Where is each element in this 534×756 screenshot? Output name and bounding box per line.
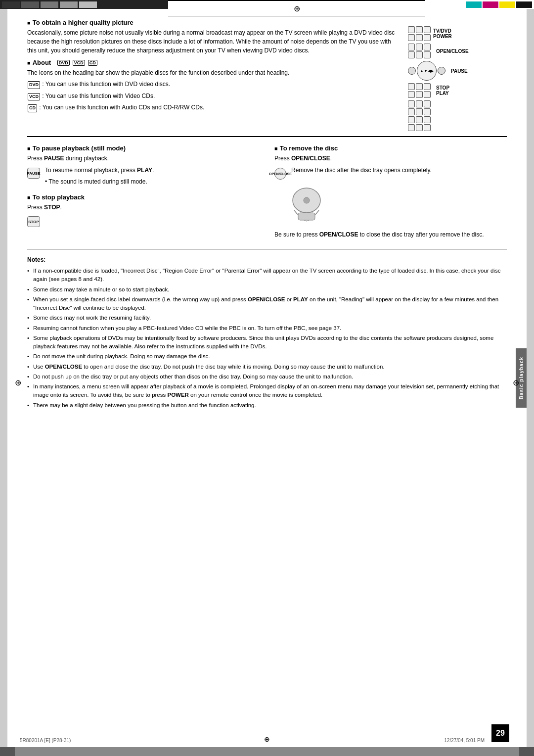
magenta-block xyxy=(483,1,498,8)
rc-btn-5 xyxy=(416,34,423,41)
left-crosshair: ⊕ xyxy=(15,378,21,387)
cyan-block xyxy=(466,1,482,8)
notes-list: If a non-compatible disc is loaded, "Inc… xyxy=(27,267,507,410)
pause-btn-left xyxy=(408,67,416,75)
mid-left-content: To pause playback (still mode) Press PAU… xyxy=(27,144,260,241)
note-item-5: Resuming cannot function when you play a… xyxy=(27,324,507,332)
note-item-6: Some playback operations of DVDs may be … xyxy=(27,334,507,351)
about-heading: About DVDVCDCD xyxy=(27,59,398,66)
note-item-10: In many instances, a menu screen will ap… xyxy=(27,382,507,400)
remote-stopplay-row: STOP PLAY xyxy=(408,83,469,98)
rc-btn-3 xyxy=(424,26,431,33)
stop-icon-label: STOP xyxy=(28,220,39,224)
press-pause-text: Press PAUSE during playback. xyxy=(27,154,260,163)
note-item-11: There may be a slight delay between you … xyxy=(27,401,507,410)
middle-section: To pause playback (still mode) Press PAU… xyxy=(27,136,507,249)
remove-description: Remove the disc after the disc tray open… xyxy=(291,166,432,175)
openclose-button-icon: OPEN/CLOSE xyxy=(274,168,286,180)
right-gray-bar xyxy=(527,9,534,747)
pause-bold: PAUSE xyxy=(44,155,64,162)
press-openclose-text: Press OPEN/CLOSE. xyxy=(274,154,507,163)
bottom-bar xyxy=(0,747,534,756)
footer-center-crosshair: ⊕ xyxy=(264,735,270,743)
eb-8 xyxy=(416,116,423,123)
note-item-7: Do not move the unit during playback. Do… xyxy=(27,352,507,361)
top-registration-bar: ⊕ xyxy=(0,0,534,9)
heading-remove: To remove the disc xyxy=(274,144,507,152)
svg-point-1 xyxy=(304,197,310,203)
rc-btn-18 xyxy=(424,91,431,98)
mid-right-content: To remove the disc Press OPEN/CLOSE. OPE… xyxy=(274,144,507,241)
eb-6 xyxy=(424,108,431,115)
rc-btn-12 xyxy=(424,51,431,58)
rc-btn-16 xyxy=(408,91,415,98)
openclose-icon-label: OPEN/CLOSE xyxy=(269,172,292,176)
dvd-badge-inline: DVD xyxy=(28,81,40,89)
eb-10 xyxy=(408,124,415,131)
notes-title: Notes: xyxy=(27,255,507,264)
sure-press-text: Be sure to press OPEN/CLOSE to close the… xyxy=(274,230,507,239)
bottom-bar-right xyxy=(519,747,534,756)
rc-btn-8 xyxy=(416,44,423,50)
cd-line: CD : You can use this function with Audi… xyxy=(27,103,398,112)
tv-dvd-power-labels: TV/DVD POWER xyxy=(433,28,452,39)
eb-12 xyxy=(424,124,431,131)
bottom-bar-left xyxy=(0,747,15,756)
note-item-9: Do not push up on the disc tray or put a… xyxy=(27,373,507,381)
black-block xyxy=(516,1,532,8)
openclose-bold: OPEN/CLOSE xyxy=(291,155,330,162)
eb-4 xyxy=(408,108,415,115)
rc-btn-15 xyxy=(424,83,431,90)
rc-btn-1 xyxy=(408,26,415,33)
rc-btn-11 xyxy=(416,51,423,58)
rc-btn-7 xyxy=(408,44,415,50)
pause-description: To resume normal playback, press PLAY. •… xyxy=(45,166,154,189)
cd-badge: CD xyxy=(88,60,97,66)
play-bold: PLAY xyxy=(137,167,152,174)
eb-3 xyxy=(424,100,431,107)
top-black-section xyxy=(0,0,168,9)
top-section: To obtain a higher quality picture Occas… xyxy=(27,19,507,131)
quality-body: Occasionally, some picture noise not usu… xyxy=(27,28,398,55)
resume-text: To resume normal playback, press PLAY. xyxy=(45,166,154,175)
rc-btn-13 xyxy=(408,83,415,90)
extra-buttons-grid xyxy=(408,100,469,131)
footer-right: 12/27/04, 5:01 PM xyxy=(444,738,485,743)
stop-play-labels: STOP PLAY xyxy=(436,85,449,96)
rc-btn-2 xyxy=(416,26,423,33)
rc-btn-14 xyxy=(416,83,423,90)
power-buttons-grid xyxy=(408,26,431,41)
vcd-line: VCD : You can use this function with Vid… xyxy=(27,92,398,101)
stop-bold: STOP xyxy=(44,204,60,211)
left-gray-bar xyxy=(0,9,7,747)
rc-btn-4 xyxy=(408,34,415,41)
about-section: About DVDVCDCD The icons on the heading … xyxy=(27,59,398,112)
remote-pause-row: ▲▼◀▶ PAUSE xyxy=(408,61,469,81)
cd-badge-inline: CD xyxy=(28,104,37,112)
dvd-line: DVD : You can use this function with DVD… xyxy=(27,80,398,89)
page-number: 29 xyxy=(491,724,509,742)
rc-btn-17 xyxy=(416,91,423,98)
dvd-badge: DVD xyxy=(57,60,70,66)
footer-left: 5R80201A [E] (P28-31) xyxy=(20,738,71,743)
eb-11 xyxy=(416,124,423,131)
eb-9 xyxy=(424,116,431,123)
about-body: The icons on the heading bar show the pl… xyxy=(27,68,398,77)
remote-visual-area: TV/DVD POWER OPEN/CLOSE xyxy=(408,26,469,131)
note-item-8: Use OPEN/CLOSE to open and close the dis… xyxy=(27,363,507,371)
eb-5 xyxy=(416,108,423,115)
remove-disc-area: OPEN/CLOSE Remove the disc after the dis… xyxy=(274,166,507,181)
pause-btn-right xyxy=(438,67,445,75)
yellow-block xyxy=(499,1,515,8)
notes-section: Notes: If a non-compatible disc is loade… xyxy=(27,255,507,410)
openclose-bold2: OPEN/CLOSE xyxy=(319,231,358,238)
remote-diagram-top: TV/DVD POWER OPEN/CLOSE xyxy=(408,19,507,131)
mute-bullet: • The sound is muted during still mode. xyxy=(45,177,154,186)
heading-stop: To stop playback xyxy=(27,193,260,201)
stop-button-icon: STOP xyxy=(27,216,40,227)
note-item-1: If a non-compatible disc is loaded, "Inc… xyxy=(27,267,507,284)
rc-btn-9 xyxy=(424,44,431,50)
heading-pause: To pause playback (still mode) xyxy=(27,144,260,152)
note-item-2: Some discs may take a minute or so to st… xyxy=(27,285,507,294)
top-left-content: To obtain a higher quality picture Occas… xyxy=(27,19,398,131)
